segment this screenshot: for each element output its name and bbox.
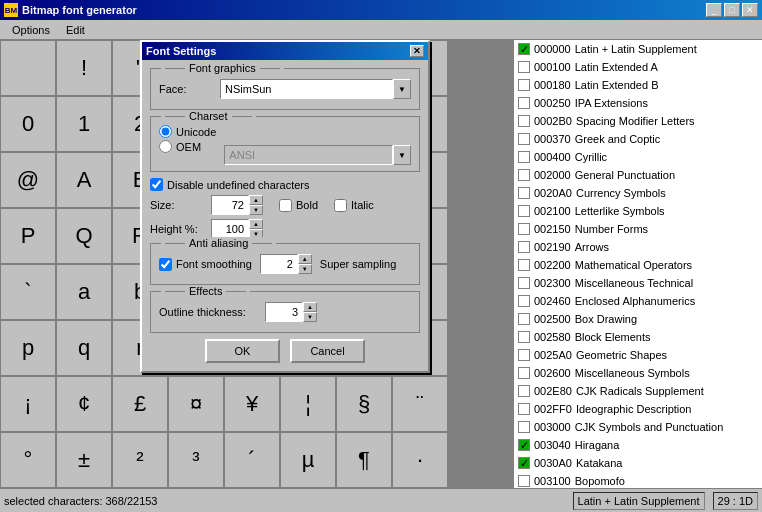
oem-radio[interactable] (159, 140, 172, 153)
unicode-list-item[interactable]: 0025A0Geometric Shapes (514, 346, 762, 364)
unicode-checkbox[interactable] (518, 205, 530, 217)
char-cell[interactable]: 0 (0, 96, 56, 152)
char-cell[interactable]: ³ (168, 432, 224, 488)
char-cell[interactable]: ¤ (168, 376, 224, 432)
unicode-checkbox[interactable] (518, 313, 530, 325)
unicode-radio[interactable] (159, 125, 172, 138)
unicode-list-item[interactable]: 003100Bopomofo (514, 472, 762, 488)
unicode-panel[interactable]: ✓000000Latin + Latin Supplement000100Lat… (512, 40, 762, 488)
font-smoothing-checkbox[interactable] (159, 258, 172, 271)
size-input[interactable] (211, 195, 249, 215)
disable-undefined-checkbox[interactable] (150, 178, 163, 191)
char-cell[interactable]: @ (0, 152, 56, 208)
char-cell[interactable]: £ (112, 376, 168, 432)
char-cell[interactable]: 1 (56, 96, 112, 152)
char-cell[interactable]: § (336, 376, 392, 432)
unicode-list-item[interactable]: 002190Arrows (514, 238, 762, 256)
size-down-btn[interactable]: ▼ (249, 205, 263, 215)
unicode-checkbox[interactable] (518, 133, 530, 145)
char-cell[interactable]: ´ (224, 432, 280, 488)
char-cell[interactable]: ¨ (392, 376, 448, 432)
unicode-checkbox[interactable] (518, 61, 530, 73)
char-cell[interactable]: ¶ (336, 432, 392, 488)
cancel-button[interactable]: Cancel (290, 339, 365, 363)
unicode-list-item[interactable]: 002600Miscellaneous Symbols (514, 364, 762, 382)
maximize-button[interactable]: □ (724, 3, 740, 17)
bold-checkbox[interactable] (279, 199, 292, 212)
char-cell[interactable]: ¥ (224, 376, 280, 432)
char-cell[interactable]: ° (0, 432, 56, 488)
menu-edit[interactable]: Edit (58, 22, 93, 38)
unicode-list-item[interactable]: 0002B0Spacing Modifier Letters (514, 112, 762, 130)
smoothing-up-btn[interactable]: ▲ (298, 254, 312, 264)
unicode-checkbox[interactable] (518, 151, 530, 163)
char-cell[interactable]: ` (0, 264, 56, 320)
unicode-checkbox[interactable] (518, 97, 530, 109)
char-cell[interactable]: ! (56, 40, 112, 96)
char-cell[interactable]: Q (56, 208, 112, 264)
size-up-btn[interactable]: ▲ (249, 195, 263, 205)
unicode-checkbox[interactable] (518, 187, 530, 199)
face-dropdown-btn[interactable]: ▼ (393, 79, 411, 99)
ansi-dropdown-btn[interactable]: ▼ (393, 145, 411, 165)
char-cell[interactable]: µ (280, 432, 336, 488)
unicode-list-item[interactable]: 003000CJK Symbols and Punctuation (514, 418, 762, 436)
unicode-list-item[interactable]: 000250IPA Extensions (514, 94, 762, 112)
minimize-button[interactable]: _ (706, 3, 722, 17)
unicode-list-item[interactable]: ✓0030A0Katakana (514, 454, 762, 472)
char-cell[interactable]: · (392, 432, 448, 488)
italic-checkbox[interactable] (334, 199, 347, 212)
unicode-checkbox[interactable] (518, 169, 530, 181)
unicode-list-item[interactable]: 002100Letterlike Symbols (514, 202, 762, 220)
unicode-list-item[interactable]: 000180Latin Extended B (514, 76, 762, 94)
char-cell[interactable]: A (56, 152, 112, 208)
unicode-list-item[interactable]: ✓003040Hiragana (514, 436, 762, 454)
unicode-list-item[interactable]: ✓000000Latin + Latin Supplement (514, 40, 762, 58)
unicode-checkbox[interactable]: ✓ (518, 457, 530, 469)
unicode-checkbox[interactable] (518, 331, 530, 343)
char-cell[interactable]: q (56, 320, 112, 376)
char-cell[interactable]: a (56, 264, 112, 320)
unicode-checkbox[interactable] (518, 403, 530, 415)
unicode-list-item[interactable]: 002200Mathematical Operators (514, 256, 762, 274)
smoothing-down-btn[interactable]: ▼ (298, 264, 312, 274)
unicode-checkbox[interactable]: ✓ (518, 439, 530, 451)
unicode-checkbox[interactable] (518, 421, 530, 433)
unicode-list-item[interactable]: 002500Box Drawing (514, 310, 762, 328)
unicode-checkbox[interactable] (518, 475, 530, 487)
unicode-list-item[interactable]: 002E80CJK Radicals Supplement (514, 382, 762, 400)
unicode-checkbox[interactable] (518, 259, 530, 271)
unicode-list-item[interactable]: 000370Greek and Coptic (514, 130, 762, 148)
unicode-checkbox[interactable] (518, 223, 530, 235)
unicode-checkbox[interactable] (518, 277, 530, 289)
char-cell[interactable]: ¦ (280, 376, 336, 432)
unicode-checkbox[interactable] (518, 241, 530, 253)
height-input[interactable] (211, 219, 249, 239)
close-button[interactable]: ✕ (742, 3, 758, 17)
face-input[interactable] (220, 79, 393, 99)
unicode-list-item[interactable]: 002300Miscellaneous Technical (514, 274, 762, 292)
char-cell[interactable]: ¡ (0, 376, 56, 432)
unicode-checkbox[interactable] (518, 349, 530, 361)
unicode-list-item[interactable]: 002000General Punctuation (514, 166, 762, 184)
outline-down-btn[interactable]: ▼ (303, 312, 317, 322)
dialog-close-button[interactable]: ✕ (410, 45, 424, 57)
char-cell[interactable]: P (0, 208, 56, 264)
unicode-list-item[interactable]: 000100Latin Extended A (514, 58, 762, 76)
unicode-list-item[interactable]: 0020A0Currency Symbols (514, 184, 762, 202)
unicode-checkbox[interactable] (518, 385, 530, 397)
char-cell[interactable]: ¢ (56, 376, 112, 432)
unicode-list-item[interactable]: 002460Enclosed Alphanumerics (514, 292, 762, 310)
ansi-input[interactable] (224, 145, 393, 165)
outline-up-btn[interactable]: ▲ (303, 302, 317, 312)
unicode-list-item[interactable]: 002150Number Forms (514, 220, 762, 238)
char-cell[interactable]: ² (112, 432, 168, 488)
char-cell[interactable]: p (0, 320, 56, 376)
height-up-btn[interactable]: ▲ (249, 219, 263, 229)
smoothing-input[interactable] (260, 254, 298, 274)
char-cell[interactable]: ± (56, 432, 112, 488)
unicode-list-item[interactable]: 002FF0Ideographic Description (514, 400, 762, 418)
ok-button[interactable]: OK (205, 339, 280, 363)
menu-options[interactable]: Options (4, 22, 58, 38)
unicode-checkbox[interactable] (518, 79, 530, 91)
